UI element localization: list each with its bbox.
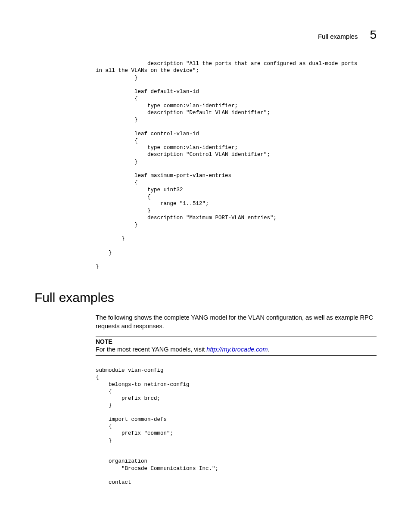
note-label: NOTE xyxy=(96,338,377,345)
code-block-top: description "All the ports that are conf… xyxy=(96,60,358,271)
note-suffix: . xyxy=(268,346,270,353)
note-rule-bottom xyxy=(96,355,377,356)
page-header: Full examples 5 xyxy=(318,28,377,42)
note-prefix: For the most recent YANG models, visit xyxy=(96,346,206,353)
note-callout: NOTE For the most recent YANG models, vi… xyxy=(96,336,377,356)
section-title: Full examples xyxy=(34,290,114,305)
note-rule-top xyxy=(96,336,377,336)
code-block-bottom: submodule vlan-config { belongs-to netir… xyxy=(96,367,218,486)
chapter-number: 5 xyxy=(370,28,377,42)
note-link[interactable]: http://my.brocade.com xyxy=(206,346,268,353)
note-text: For the most recent YANG models, visit h… xyxy=(96,346,377,353)
header-title: Full examples xyxy=(318,33,358,40)
section-intro: The following shows the complete YANG mo… xyxy=(96,313,377,331)
